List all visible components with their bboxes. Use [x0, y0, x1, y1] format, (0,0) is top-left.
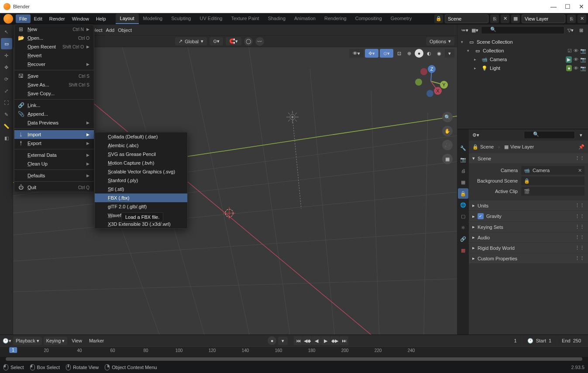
- camera-view-icon[interactable]: 🎥: [442, 140, 453, 150]
- menu-edit[interactable]: Edit: [31, 14, 46, 23]
- file-menu-quit[interactable]: ⏻QuitCtrl Q: [14, 183, 94, 192]
- start-frame-field[interactable]: 🕐 Start 1: [523, 337, 556, 345]
- camera-field[interactable]: 📹 Camera✕: [521, 166, 585, 175]
- autokey-mode[interactable]: ▾: [278, 337, 288, 345]
- prop-tab-output[interactable]: 🖨: [458, 166, 468, 176]
- bgscene-field[interactable]: 🔒: [521, 176, 585, 185]
- perspective-toggle-icon[interactable]: ▦: [442, 154, 453, 164]
- pivot-selector[interactable]: ⊙▾: [210, 37, 223, 45]
- prop-tab-constraints[interactable]: 🔗: [458, 234, 468, 244]
- import-menu-alembic-abc-[interactable]: Alembic (.abc): [95, 141, 187, 150]
- tool-tweak[interactable]: ↖: [1, 26, 12, 38]
- pin-icon[interactable]: 📌: [578, 144, 585, 150]
- workspace-tab-sculpting[interactable]: Sculpting: [167, 14, 195, 24]
- shading-wireframe[interactable]: ⊕: [405, 49, 413, 58]
- import-menu-gltf-2-0-glb-gltf-[interactable]: glTF 2.0 (.glb/.gltf): [95, 202, 187, 211]
- outliner-type-icon[interactable]: ≔▾: [460, 26, 469, 35]
- prop-tab-data[interactable]: ▩: [458, 245, 468, 256]
- panel-scene-header[interactable]: ▾ Scene⋮⋮: [469, 153, 588, 163]
- outliner-display-icon[interactable]: ▦▾: [471, 26, 479, 35]
- minimize-button[interactable]: —: [550, 3, 557, 10]
- timeline-scrollbar[interactable]: [0, 357, 588, 361]
- panel-gravity[interactable]: ▸✓Gravity⋮⋮: [469, 211, 588, 221]
- visibility-toggle[interactable]: 👁▾: [349, 49, 364, 58]
- breadcrumb-scene[interactable]: 🔒 Scene: [472, 144, 494, 150]
- file-menu-data-previews[interactable]: Data Previews▶: [14, 118, 94, 127]
- timeline-ruler[interactable]: 120406080100120140160180200220240: [0, 346, 588, 357]
- jump-end-button[interactable]: ⏭: [340, 336, 348, 345]
- file-menu-new[interactable]: ⊞NewCtrl N▶: [14, 25, 94, 34]
- import-menu-motion-capture-bvh-[interactable]: Motion Capture (.bvh): [95, 159, 187, 167]
- file-menu-open-recent[interactable]: Open RecentShift Ctrl O▶: [14, 42, 94, 51]
- keying-menu[interactable]: Keying ▾: [44, 337, 68, 345]
- file-menu-save-copy-[interactable]: Save Copy...: [14, 89, 94, 98]
- file-menu-append-[interactable]: 📎Append...: [14, 110, 94, 118]
- file-menu-external-data[interactable]: External Data▶: [14, 151, 94, 159]
- overlay-toggle[interactable]: ⊙▾: [380, 49, 393, 58]
- scene-name-field[interactable]: [445, 14, 488, 23]
- blender-menu-icon[interactable]: [3, 14, 13, 24]
- scene-delete-icon[interactable]: ✕: [501, 14, 509, 23]
- current-frame-field[interactable]: 1: [510, 337, 521, 345]
- prop-type-icon[interactable]: ⚙▾: [471, 131, 480, 139]
- playback-menu[interactable]: Playback ▾: [13, 337, 42, 345]
- xray-toggle[interactable]: ⊡: [395, 49, 403, 58]
- maximize-button[interactable]: ☐: [564, 3, 571, 10]
- file-menu-clean-up[interactable]: Clean Up▶: [14, 159, 94, 168]
- prop-tab-render[interactable]: 📷: [458, 154, 468, 165]
- import-menu-stanford-ply-[interactable]: Stanford (.ply): [95, 176, 187, 185]
- file-menu-recover[interactable]: Recover▶: [14, 60, 94, 69]
- tool-move[interactable]: ✥: [1, 62, 12, 73]
- prop-search[interactable]: 🔍: [524, 131, 575, 139]
- workspace-tab-modeling[interactable]: Modeling: [139, 14, 167, 24]
- play-reverse-button[interactable]: ◀: [312, 336, 321, 345]
- menu-render[interactable]: Render: [46, 14, 69, 23]
- file-menu-link-[interactable]: 🔗Link...: [14, 101, 94, 110]
- tree-camera[interactable]: ▸📹 Camera ▶ 👁📷: [459, 55, 588, 64]
- prop-tab-viewlayer[interactable]: ▦: [458, 177, 468, 187]
- tool-scale[interactable]: ⤢: [1, 85, 12, 97]
- workspace-tab-layout[interactable]: Layout: [116, 14, 139, 24]
- marker-menu[interactable]: Marker: [86, 338, 107, 343]
- tool-cursor[interactable]: ✛: [1, 50, 12, 61]
- menu-file[interactable]: File: [16, 14, 31, 23]
- file-menu-import[interactable]: ⭳Import▶: [14, 130, 94, 139]
- play-button[interactable]: ▶: [321, 336, 330, 345]
- file-menu-save[interactable]: 🖫SaveCtrl S: [14, 72, 94, 80]
- workspace-tab-uv-editing[interactable]: UV Editing: [195, 14, 227, 24]
- viewlayer-delete-icon[interactable]: ✕: [578, 14, 586, 23]
- shading-material[interactable]: ◐: [425, 49, 433, 58]
- outliner-new-collection-icon[interactable]: ⊞: [577, 26, 585, 35]
- panel-keying-sets[interactable]: ▸Keying Sets⋮⋮: [469, 222, 588, 232]
- tool-transform[interactable]: ⛶: [1, 97, 12, 108]
- tool-rotate[interactable]: ⟳: [1, 73, 12, 85]
- file-menu-defaults[interactable]: Defaults▶: [14, 171, 94, 180]
- file-menu-save-as-[interactable]: Save As...Shift Ctrl S: [14, 80, 94, 89]
- prop-tab-world[interactable]: 🌐: [458, 200, 468, 210]
- pan-icon[interactable]: ✋: [442, 126, 453, 136]
- menu-window[interactable]: Window: [69, 14, 93, 23]
- workspace-tab-animation[interactable]: Animation: [290, 14, 320, 24]
- viewport-options[interactable]: Options ▾: [426, 37, 454, 45]
- shading-solid[interactable]: ●: [415, 49, 423, 58]
- orientation-selector[interactable]: ↗ Global ▾: [175, 37, 207, 45]
- panel-rigid-body-world[interactable]: ▸Rigid Body World⋮⋮: [469, 243, 588, 253]
- breadcrumb-viewlayer[interactable]: ▦ View Layer: [504, 144, 534, 150]
- tree-collection[interactable]: ▾▭ Collection ☑👁📷: [459, 46, 588, 55]
- file-menu-open-[interactable]: 📂Open...Ctrl O: [14, 34, 94, 42]
- import-menu-fbx-fbx-[interactable]: FBX (.fbx): [95, 193, 187, 202]
- viewlayer-new-icon[interactable]: ⎘: [567, 14, 576, 23]
- prop-tab-scene[interactable]: 🔒: [458, 188, 468, 199]
- scene-new-icon[interactable]: ⎘: [490, 14, 499, 23]
- scene-browse-icon[interactable]: 🔒: [434, 14, 443, 23]
- end-frame-field[interactable]: End 250: [557, 337, 585, 345]
- file-menu-export[interactable]: ⭱Export▶: [14, 139, 94, 148]
- viewport-menu-add[interactable]: Add: [106, 28, 115, 33]
- workspace-tab-shading[interactable]: Shading: [264, 14, 290, 24]
- prev-keyframe-button[interactable]: ◀◆: [303, 336, 312, 345]
- tool-add-cube[interactable]: ◧: [1, 132, 12, 144]
- outliner-filter-icon[interactable]: ▽▾: [566, 26, 575, 35]
- viewlayer-browse-icon[interactable]: ▦: [511, 14, 520, 23]
- workspace-tab-compositing[interactable]: Compositing: [351, 14, 386, 24]
- tree-light[interactable]: ▸💡 Light ● 👁📷: [459, 64, 588, 73]
